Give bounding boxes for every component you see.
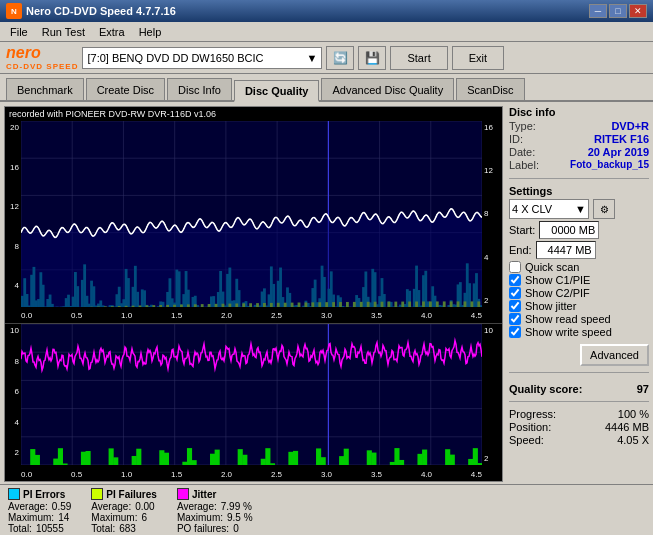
menu-file[interactable]: File: [4, 25, 34, 39]
menu-help[interactable]: Help: [133, 25, 168, 39]
pi-failures-legend-label: PI Failures: [106, 489, 157, 500]
disc-info-section: Disc info Type: DVD+R ID: RITEK F16 Date…: [509, 106, 649, 172]
pi-errors-legend-label: PI Errors: [23, 489, 65, 500]
jitter-group: Jitter Average: 7.99 % Maximum: 9.5 % PO…: [177, 488, 253, 534]
show-read-checkbox[interactable]: [509, 313, 521, 325]
x-0.0: 0.0: [21, 311, 32, 320]
type-value: DVD+R: [611, 120, 649, 132]
show-c2pif-row: Show C2/PIF: [509, 287, 649, 299]
pi-avg-line: Average: 0.59: [8, 501, 71, 512]
y-right-8: 8: [482, 209, 502, 218]
show-c2pif-label: Show C2/PIF: [525, 287, 590, 299]
x-4.5: 4.5: [471, 311, 482, 320]
x-3.5: 3.5: [371, 311, 382, 320]
tabs: Benchmark Create Disc Disc Info Disc Qua…: [0, 74, 653, 102]
save-button[interactable]: 💾: [358, 46, 386, 70]
id-label: ID:: [509, 133, 523, 145]
quick-scan-checkbox[interactable]: [509, 261, 521, 273]
y-bot-6: 6: [5, 387, 21, 396]
show-c1pie-label: Show C1/PIE: [525, 274, 590, 286]
start-button[interactable]: Start: [390, 46, 447, 70]
speed-row-progress: Speed: 4.05 X: [509, 434, 649, 446]
y-bot-right-2: 2: [482, 454, 502, 463]
y-right-2: 2: [482, 296, 502, 305]
y-top-20: 20: [5, 123, 21, 132]
tab-scandisc[interactable]: ScanDisc: [456, 78, 524, 100]
start-row: Start: 0000 MB: [509, 221, 649, 239]
maximize-button[interactable]: □: [609, 4, 627, 18]
refresh-button[interactable]: 🔄: [326, 46, 354, 70]
logo: nero CD-DVD SPEED: [6, 44, 78, 71]
logo-nero: nero: [6, 44, 41, 62]
pif-avg-line: Average: 0.00: [91, 501, 157, 512]
y-bot-10: 10: [5, 326, 21, 335]
quality-row: Quality score: 97: [509, 383, 649, 395]
show-c2pif-checkbox[interactable]: [509, 287, 521, 299]
date-label: Date:: [509, 146, 535, 158]
settings-icon-button[interactable]: ⚙: [593, 199, 615, 219]
pi-avg-label: Average:: [8, 501, 48, 512]
y-bot-8: 8: [5, 357, 21, 366]
y-top-8: 8: [5, 242, 21, 251]
exit-button[interactable]: Exit: [452, 46, 504, 70]
quick-scan-label: Quick scan: [525, 261, 579, 273]
speed-dropdown[interactable]: 4 X CLV ▼: [509, 199, 589, 219]
show-c1pie-checkbox[interactable]: [509, 274, 521, 286]
end-label: End:: [509, 244, 532, 256]
show-jitter-checkbox[interactable]: [509, 300, 521, 312]
jitter-avg-line: Average: 7.99 %: [177, 501, 253, 512]
progress-section: Progress: 100 % Position: 4446 MB Speed:…: [509, 408, 649, 447]
pi-total-line: Total: 10555: [8, 523, 71, 534]
pi-failures-legend-box: [91, 488, 103, 500]
menu-extra[interactable]: Extra: [93, 25, 131, 39]
tab-advanced-disc-quality[interactable]: Advanced Disc Quality: [321, 78, 454, 100]
label-label: Label:: [509, 159, 539, 171]
menu-run-test[interactable]: Run Test: [36, 25, 91, 39]
x-2.5: 2.5: [271, 311, 282, 320]
show-write-checkbox[interactable]: [509, 326, 521, 338]
y-bot-right-10: 10: [482, 326, 502, 335]
pif-avg-value: 0.00: [135, 501, 154, 512]
start-input[interactable]: 0000 MB: [539, 221, 599, 239]
y-top-16: 16: [5, 163, 21, 172]
title-bar: N Nero CD-DVD Speed 4.7.7.16 ─ □ ✕: [0, 0, 653, 22]
disc-date-row: Date: 20 Apr 2019: [509, 146, 649, 158]
jitter-po-label: PO failures:: [177, 523, 229, 534]
x-2.0: 2.0: [221, 311, 232, 320]
y-bot-4: 4: [5, 418, 21, 427]
label-value: Foto_backup_15: [570, 159, 649, 171]
close-button[interactable]: ✕: [629, 4, 647, 18]
jitter-legend-label: Jitter: [192, 489, 216, 500]
x-4.0: 4.0: [421, 311, 432, 320]
drive-selector[interactable]: [7:0] BENQ DVD DD DW1650 BCIC ▼: [82, 47, 322, 69]
right-panel: Disc info Type: DVD+R ID: RITEK F16 Date…: [505, 102, 653, 484]
minimize-button[interactable]: ─: [589, 4, 607, 18]
y-top-12: 12: [5, 202, 21, 211]
show-write-label: Show write speed: [525, 326, 612, 338]
tab-disc-quality[interactable]: Disc Quality: [234, 80, 320, 102]
x-1.0: 1.0: [121, 311, 132, 320]
jitter-avg-value: 7.99 %: [221, 501, 252, 512]
dropdown-arrow-icon: ▼: [307, 52, 318, 64]
tab-disc-info[interactable]: Disc Info: [167, 78, 232, 100]
end-input[interactable]: 4447 MB: [536, 241, 596, 259]
pif-max-line: Maximum: 6: [91, 512, 157, 523]
end-row: End: 4447 MB: [509, 241, 649, 259]
pif-total-value: 683: [119, 523, 136, 534]
pi-errors-legend-box: [8, 488, 20, 500]
tab-benchmark[interactable]: Benchmark: [6, 78, 84, 100]
show-jitter-label: Show jitter: [525, 300, 576, 312]
app-title: Nero CD-DVD Speed 4.7.7.16: [26, 5, 176, 17]
show-jitter-row: Show jitter: [509, 300, 649, 312]
disc-type-row: Type: DVD+R: [509, 120, 649, 132]
recorded-with-label: recorded with PIONEER DVD-RW DVR-116D v1…: [5, 107, 502, 121]
progress-row: Progress: 100 %: [509, 408, 649, 420]
jitter-max-line: Maximum: 9.5 %: [177, 512, 253, 523]
progress-value: 100 %: [618, 408, 649, 420]
pi-max-value: 14: [58, 512, 69, 523]
quick-scan-row: Quick scan: [509, 261, 649, 273]
tab-create-disc[interactable]: Create Disc: [86, 78, 165, 100]
pif-total-label: Total:: [91, 523, 115, 534]
advanced-button[interactable]: Advanced: [580, 344, 649, 366]
stats-bar: PI Errors Average: 0.59 Maximum: 14 Tota…: [0, 484, 653, 535]
